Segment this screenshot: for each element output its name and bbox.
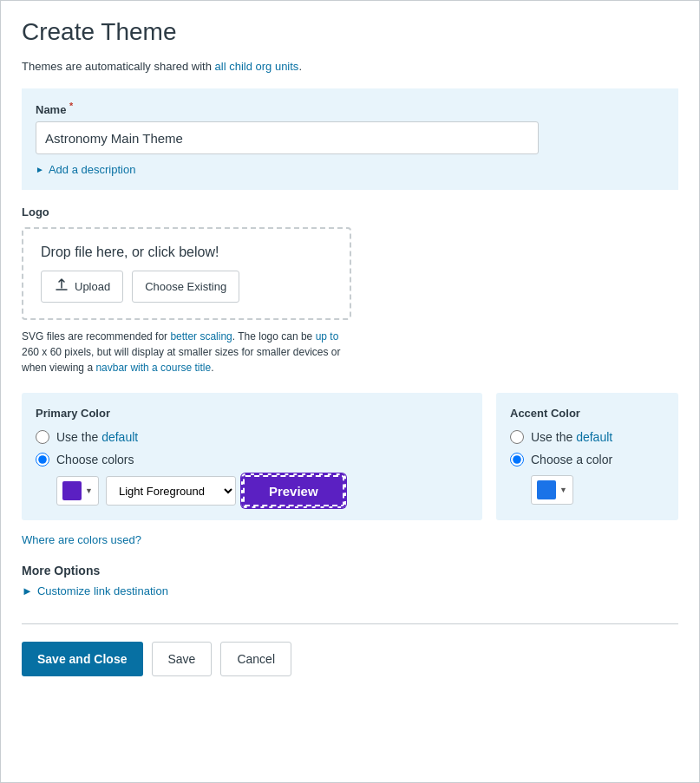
chevron-right-icon-2: ► [22, 584, 33, 597]
divider [22, 623, 678, 624]
accent-default-label: Use the default [531, 430, 612, 444]
accent-swatch-arrow-icon: ▼ [559, 486, 567, 494]
logo-dropzone[interactable]: Drop file here, or click below! Upload C… [22, 227, 351, 320]
accent-color-controls: ▼ [531, 475, 664, 505]
better-scaling-link[interactable]: better scaling [170, 330, 232, 343]
primary-choose-label: Choose colors [56, 453, 134, 467]
subtitle: Themes are automatically shared with all… [22, 60, 678, 73]
preview-button[interactable]: Preview [243, 475, 344, 506]
up-to-link[interactable]: up to [316, 330, 339, 343]
page-container: Create Theme Themes are automatically sh… [0, 0, 700, 783]
save-button[interactable]: Save [152, 642, 213, 676]
more-options-label: More Options [22, 564, 678, 577]
accent-use-default-row: Use the default [510, 430, 664, 444]
primary-choose-radio[interactable] [36, 453, 49, 467]
primary-color-swatch-button[interactable]: ▼ [56, 476, 99, 506]
page-title: Create Theme [22, 18, 678, 46]
logo-section: Logo Drop file here, or click below! Upl… [22, 206, 678, 375]
more-options-section: More Options ► Customize link destinatio… [22, 564, 678, 597]
logo-hint: SVG files are recommended for better sca… [22, 329, 351, 375]
primary-color-label: Primary Color [36, 407, 468, 420]
primary-default-label: Use the default [56, 430, 138, 444]
name-label: Name * [36, 101, 664, 116]
add-description-link[interactable]: ► Add a description [36, 163, 664, 176]
colors-row: Primary Color Use the default Choose col… [22, 393, 678, 520]
upload-button[interactable]: Upload [41, 271, 123, 303]
logo-buttons: Upload Choose Existing [41, 271, 332, 303]
drop-text: Drop file here, or click below! [41, 245, 332, 260]
action-buttons: Save and Close Save Cancel [22, 642, 678, 676]
accent-default-link[interactable]: default [576, 430, 612, 444]
accent-choose-radio[interactable] [510, 453, 524, 467]
colors-used-link[interactable]: Where are colors used? [22, 533, 141, 546]
logo-label: Logo [22, 206, 678, 219]
name-section: Name * ► Add a description [22, 88, 678, 190]
primary-default-link[interactable]: default [101, 430, 138, 444]
accent-color-swatch-button[interactable]: ▼ [531, 475, 573, 505]
chevron-right-icon: ► [36, 165, 44, 174]
child-org-units-link[interactable]: all child org units [215, 60, 299, 73]
cancel-button[interactable]: Cancel [220, 642, 291, 676]
accent-color-label: Accent Color [510, 407, 664, 420]
accent-color-swatch [537, 480, 556, 499]
accent-color-block: Accent Color Use the default Choose a co… [496, 393, 678, 520]
navbar-link[interactable]: navbar with a course title [95, 362, 211, 374]
primary-color-block: Primary Color Use the default Choose col… [22, 393, 482, 520]
primary-color-controls: ▼ Light Foreground Dark Foreground Previ… [56, 475, 468, 506]
primary-color-swatch [62, 481, 82, 500]
accent-default-radio[interactable] [510, 430, 524, 444]
foreground-select[interactable]: Light Foreground Dark Foreground [106, 476, 236, 506]
primary-use-default-row: Use the default [36, 430, 468, 444]
primary-default-radio[interactable] [36, 430, 49, 444]
customize-link-destination[interactable]: ► Customize link destination [22, 584, 678, 597]
primary-swatch-arrow-icon: ▼ [85, 486, 93, 495]
name-input[interactable] [36, 121, 539, 154]
save-and-close-button[interactable]: Save and Close [22, 642, 143, 676]
accent-choose-label: Choose a color [531, 453, 612, 467]
primary-choose-colors-row: Choose colors [36, 453, 468, 467]
choose-existing-button[interactable]: Choose Existing [132, 271, 239, 303]
upload-icon [54, 277, 69, 296]
accent-choose-color-row: Choose a color [510, 453, 664, 467]
